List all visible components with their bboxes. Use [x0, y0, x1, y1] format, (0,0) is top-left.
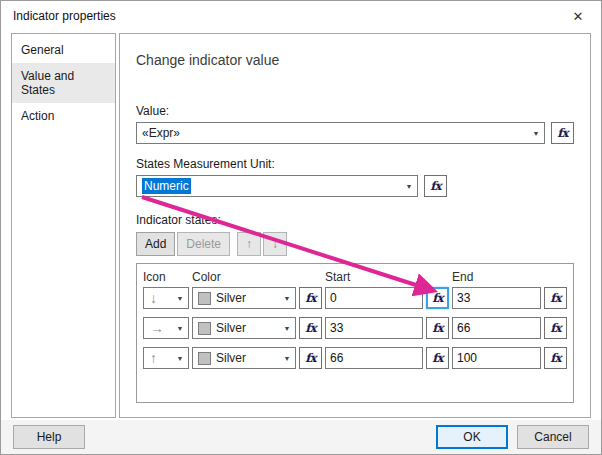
titlebar: Indicator properties ✕ — [1, 1, 601, 31]
unit-label: States Measurement Unit: — [136, 157, 574, 171]
end-expression-button[interactable]: fx — [544, 347, 567, 369]
table-row: ↑ ▼ Silver ▼ fx fx — [143, 347, 567, 369]
color-dropdown[interactable]: Silver ▼ — [192, 317, 296, 339]
value-expression-button[interactable]: fx — [551, 122, 574, 144]
chevron-down-icon[interactable]: ▼ — [172, 295, 188, 302]
up-arrow-icon: ↑ — [246, 237, 252, 251]
start-input[interactable] — [325, 287, 423, 309]
end-input[interactable] — [452, 317, 541, 339]
table-row: ↓ ▼ Silver ▼ fx fx — [143, 287, 567, 309]
down-arrow-icon: ↓ — [272, 237, 278, 251]
close-icon[interactable]: ✕ — [567, 5, 589, 27]
unit-dropdown-text: Numeric — [142, 178, 191, 194]
column-header-end: End — [452, 270, 541, 284]
chevron-down-icon[interactable]: ▼ — [279, 295, 295, 302]
value-label: Value: — [136, 104, 574, 118]
chevron-down-icon[interactable]: ▼ — [279, 325, 295, 332]
icon-dropdown[interactable]: → ▼ — [143, 317, 189, 339]
table-row: → ▼ Silver ▼ fx fx — [143, 317, 567, 339]
up-arrow-icon: ↑ — [150, 351, 172, 365]
color-dropdown-text: Silver — [216, 351, 279, 365]
cancel-button[interactable]: Cancel — [517, 425, 589, 449]
right-arrow-icon: → — [150, 321, 172, 335]
indicator-states-label: Indicator states: — [136, 213, 574, 227]
fx-icon: fx — [550, 321, 560, 335]
add-button[interactable]: Add — [136, 232, 175, 256]
fx-icon: fx — [432, 291, 442, 305]
dialog-content: General Value and States Action Change i… — [11, 33, 591, 418]
main-panel: Change indicator value Value: «Expr» ▼ f… — [119, 33, 591, 418]
chevron-down-icon[interactable]: ▼ — [279, 355, 295, 362]
start-expression-button[interactable]: fx — [426, 347, 449, 369]
dialog-footer: Help OK Cancel — [1, 420, 601, 454]
start-expression-button[interactable]: fx — [426, 287, 449, 309]
states-toolbar: Add Delete ↑ ↓ — [136, 232, 574, 256]
delete-button[interactable]: Delete — [177, 232, 230, 256]
fx-icon: fx — [305, 351, 315, 365]
color-swatch — [198, 322, 211, 335]
start-expression-button[interactable]: fx — [426, 317, 449, 339]
table-header-row: Icon Color Start End — [143, 270, 567, 284]
start-input[interactable] — [325, 317, 423, 339]
color-dropdown[interactable]: Silver ▼ — [192, 287, 296, 309]
fx-icon: fx — [550, 291, 560, 305]
help-button[interactable]: Help — [13, 425, 85, 449]
color-expression-button[interactable]: fx — [299, 347, 322, 369]
page-title: Change indicator value — [136, 52, 574, 68]
end-input[interactable] — [452, 287, 541, 309]
chevron-down-icon[interactable]: ▼ — [172, 325, 188, 332]
chevron-down-icon[interactable]: ▼ — [528, 130, 544, 137]
chevron-down-icon[interactable]: ▼ — [401, 183, 417, 190]
column-header-icon: Icon — [143, 270, 189, 284]
sidebar-item-value-and-states[interactable]: Value and States — [12, 63, 115, 103]
color-swatch — [198, 352, 211, 365]
value-dropdown[interactable]: «Expr» ▼ — [136, 122, 545, 144]
move-down-button[interactable]: ↓ — [263, 232, 287, 256]
column-header-start: Start — [325, 270, 423, 284]
ok-button[interactable]: OK — [436, 425, 508, 449]
end-expression-button[interactable]: fx — [544, 317, 567, 339]
sidebar-item-action[interactable]: Action — [12, 103, 115, 129]
start-input[interactable] — [325, 347, 423, 369]
value-dropdown-text: «Expr» — [142, 126, 528, 140]
fx-icon: fx — [557, 126, 567, 140]
color-expression-button[interactable]: fx — [299, 317, 322, 339]
unit-expression-button[interactable]: fx — [424, 175, 447, 197]
fx-icon: fx — [432, 321, 442, 335]
down-arrow-icon: ↓ — [150, 291, 172, 305]
icon-dropdown[interactable]: ↓ ▼ — [143, 287, 189, 309]
sidebar: General Value and States Action — [11, 33, 116, 418]
indicator-states-table: Icon Color Start End ↓ ▼ Silver ▼ — [136, 263, 574, 403]
color-dropdown-text: Silver — [216, 291, 279, 305]
unit-dropdown[interactable]: Numeric ▼ — [136, 175, 418, 197]
fx-icon: fx — [305, 291, 315, 305]
color-expression-button[interactable]: fx — [299, 287, 322, 309]
dialog-title: Indicator properties — [13, 9, 567, 23]
color-dropdown[interactable]: Silver ▼ — [192, 347, 296, 369]
move-up-button[interactable]: ↑ — [237, 232, 261, 256]
sidebar-item-general[interactable]: General — [12, 37, 115, 63]
indicator-properties-dialog: Indicator properties ✕ General Value and… — [0, 0, 602, 455]
color-swatch — [198, 292, 211, 305]
color-dropdown-text: Silver — [216, 321, 279, 335]
fx-icon: fx — [550, 351, 560, 365]
fx-icon: fx — [432, 351, 442, 365]
fx-icon: fx — [305, 321, 315, 335]
fx-icon: fx — [430, 179, 440, 193]
end-expression-button[interactable]: fx — [544, 287, 567, 309]
column-header-color: Color — [192, 270, 296, 284]
end-input[interactable] — [452, 347, 541, 369]
icon-dropdown[interactable]: ↑ ▼ — [143, 347, 189, 369]
chevron-down-icon[interactable]: ▼ — [172, 355, 188, 362]
